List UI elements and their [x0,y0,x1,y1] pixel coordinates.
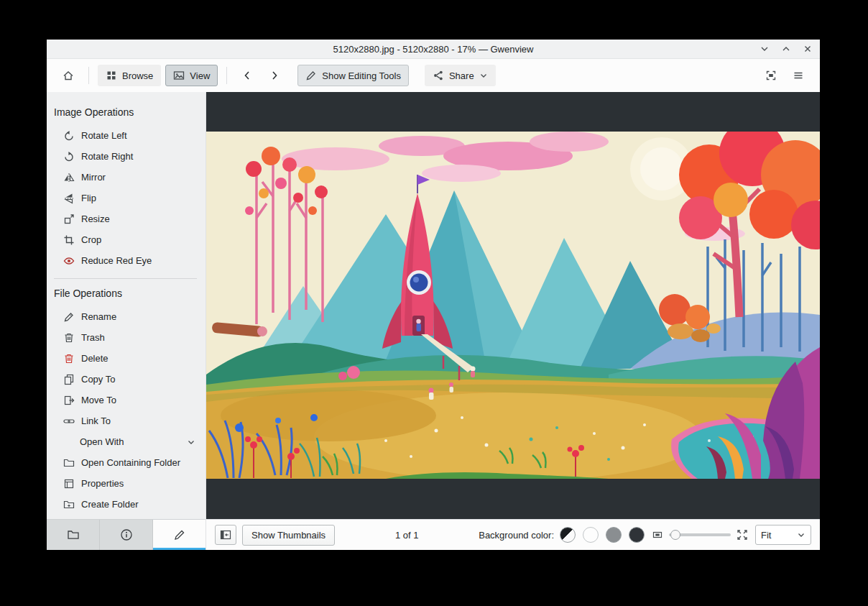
sidebar-item-open-containing-folder[interactable]: Open Containing Folder [47,452,206,473]
maximize-button[interactable] [781,44,791,54]
swatch-auto[interactable] [560,527,576,543]
zoom-slider-handle[interactable] [670,530,680,540]
rename-icon [63,311,75,323]
grid-icon [106,70,117,81]
sidebar-item-flip[interactable]: Flip [47,188,206,208]
toolbar-separator [226,67,227,84]
sidebar-item-label: Copy To [81,374,115,385]
show-editing-tools-label: Show Editing Tools [322,70,401,81]
sidebar-toggle-icon [220,529,231,541]
browse-label: Browse [122,70,153,81]
sidebar-item-label: Open Containing Folder [81,457,180,468]
delete-icon [63,353,75,364]
trash-icon [63,332,75,344]
swatch-white[interactable] [583,527,599,543]
minimize-button[interactable] [760,44,770,54]
sidebar-item-copy-to[interactable]: Copy To [47,369,206,390]
sidebar-item-delete[interactable]: Delete [47,348,206,369]
background-color-label: Background color: [479,530,554,541]
view-label: View [190,70,210,81]
sidebar-item-label: Trash [81,332,105,343]
image-viewer[interactable] [206,92,820,519]
statusbar: Show Thumbnails 1 of 1 Background color: [206,519,820,550]
zoom-fit-icon[interactable] [652,529,663,541]
hamburger-icon [793,70,804,81]
move-icon [63,395,75,406]
folder-icon [63,457,75,469]
sidebar-item-properties[interactable]: Properties [47,473,206,494]
show-editing-tools-button[interactable]: Show Editing Tools [297,65,409,86]
sidebar-item-label: Flip [81,193,96,203]
resize-icon [63,214,75,225]
browse-button[interactable]: Browse [98,65,161,86]
window-controls [760,40,813,58]
back-button[interactable] [236,64,259,87]
window-title: 5120x2880.jpg - 5120x2880 - 17% — Gwenvi… [333,44,534,55]
show-thumbnails-button[interactable]: Show Thumbnails [242,525,335,546]
background-color-swatches [560,527,645,543]
folder-icon [67,528,80,541]
home-button[interactable] [57,64,80,87]
info-icon [120,528,133,541]
sidebar-item-link-to[interactable]: Link To [47,410,206,431]
zoom-actual-size-icon[interactable] [737,529,748,541]
main-area: Image Operations Rotate Left Rotate Righ… [47,92,820,550]
menu-button[interactable] [787,64,810,87]
share-label: Share [449,70,474,81]
viewer-column: Show Thumbnails 1 of 1 Background color: [206,92,820,550]
sidebar-item-crop[interactable]: Crop [47,229,206,250]
operations-panel: Image Operations Rotate Left Rotate Righ… [47,92,206,519]
create-folder-icon [63,499,75,510]
titlebar[interactable]: 5120x2880.jpg - 5120x2880 - 17% — Gwenvi… [47,40,820,59]
zoom-controls [652,529,748,541]
share-icon [433,70,444,81]
flip-icon [63,193,75,204]
tab-operations[interactable] [153,520,206,550]
sidebar-item-rotate-right[interactable]: Rotate Right [47,146,206,167]
swatch-gray[interactable] [606,527,622,543]
close-button[interactable] [803,44,813,54]
red-eye-icon [63,255,75,267]
sidebar-item-label: Rotate Left [81,130,127,141]
gwenview-window: 5120x2880.jpg - 5120x2880 - 17% — Gwenvi… [47,40,820,550]
sidebar-item-label: Rotate Right [81,151,133,162]
share-button[interactable]: Share [425,65,496,86]
sidebar-item-rename[interactable]: Rename [47,306,206,327]
sidebar-item-label: Move To [81,395,116,405]
sidebar-item-label: Create Folder [81,499,138,510]
chevron-left-icon [241,70,253,81]
sidebar-item-label: Crop [81,234,101,245]
image-icon [173,70,185,81]
sidebar-separator [54,278,197,279]
sidebar-item-reduce-red-eye[interactable]: Reduce Red Eye [47,250,206,271]
home-icon [63,70,74,81]
fit-to-screen-icon [765,70,777,81]
toggle-sidebar-button[interactable] [215,525,236,545]
pencil-icon [305,70,317,81]
sidebar-item-label: Mirror [81,172,106,183]
sidebar-item-resize[interactable]: Resize [47,208,206,229]
file-operations-header: File Operations [47,282,206,306]
sidebar-item-rotate-left[interactable]: Rotate Left [47,125,206,146]
fit-to-screen-button[interactable] [760,64,782,87]
toolbar: Browse View Show Editing Tools [47,59,820,92]
sidebar-item-trash[interactable]: Trash [47,327,206,348]
zoom-slider[interactable] [669,529,731,541]
sidebar-item-label: Link To [81,416,111,426]
swatch-dark[interactable] [629,527,645,543]
sidebar-item-open-with[interactable]: Open With [47,431,206,452]
chevron-right-icon [269,70,280,81]
zoom-mode-combobox[interactable]: Fit [755,525,811,545]
tab-folders[interactable] [47,520,100,550]
image-content [206,132,820,479]
pencil-icon [173,528,186,541]
sidebar-item-move-to[interactable]: Move To [47,390,206,410]
crop-icon [63,234,75,246]
sidebar-item-mirror[interactable]: Mirror [47,167,206,188]
sidebar-item-create-folder[interactable]: Create Folder [47,494,206,515]
view-button[interactable]: View [165,65,218,86]
tab-information[interactable] [100,520,153,550]
forward-button[interactable] [263,64,286,87]
sidebar-tabs [47,519,206,550]
sidebar-item-label: Properties [81,478,124,489]
